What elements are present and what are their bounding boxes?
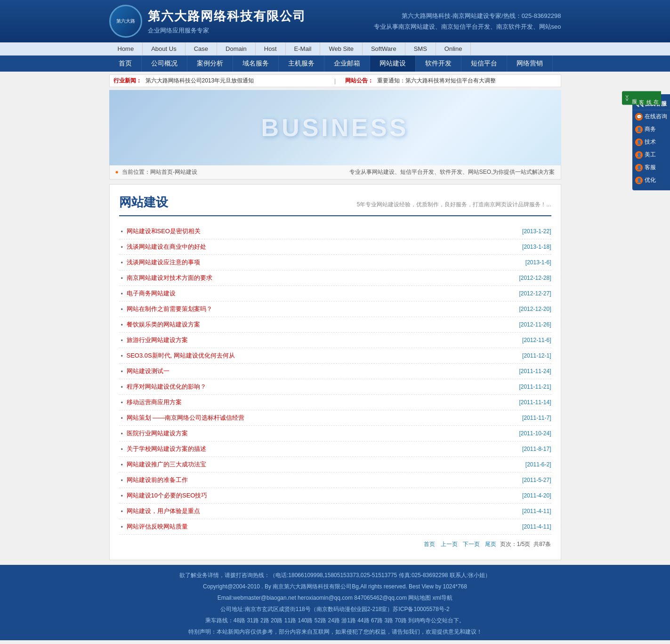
industry-content[interactable]: 第六大路网络科技公司2013年元旦放假通知 — [145, 77, 325, 85]
article-link[interactable]: 网站在制作之前需要策划案吗？ — [127, 305, 212, 313]
article-link[interactable]: 移动运营商应用方案 — [127, 398, 182, 407]
list-item: 餐饮娱乐类的网站建设方案[2012-11-26] — [119, 317, 551, 333]
nav-bottom-about[interactable]: 公司概况 — [142, 56, 187, 72]
sidebar-biz[interactable]: 👤 商务 — [632, 123, 670, 136]
sidebar-tab[interactable]: 在线客服>> — [622, 91, 661, 105]
article-date: [2011-4-11] — [522, 508, 551, 514]
article-list: 网站建设和SEO是密切相关[2013-1-22]浅谈网站建设在商业中的好处[20… — [119, 224, 551, 535]
breadcrumb-dot: ● — [115, 169, 119, 175]
article-link[interactable]: 网站建设前的准备工作 — [127, 476, 188, 484]
list-item: 网站建设和SEO是密切相关[2013-1-22] — [119, 224, 551, 239]
logo-abbr: 第六大路 — [116, 18, 135, 24]
nav-top-case[interactable]: Case — [186, 42, 217, 55]
sidebar-seo[interactable]: 👤 优化 — [632, 174, 670, 187]
article-link[interactable]: 网站建设测试一 — [127, 367, 170, 375]
nav-top-about[interactable]: About Us — [143, 42, 185, 55]
article-link[interactable]: 餐饮娱乐类的网站建设方案 — [127, 320, 200, 329]
sidebar-design[interactable]: 👤 美工 — [632, 148, 670, 161]
page-title-cn: 网站建设 — [119, 194, 168, 211]
pagination: 首页 上一页 下一页 尾页 页次：1/5页 共87条 — [119, 535, 551, 550]
article-link[interactable]: 网站评估反映网站质量 — [127, 522, 188, 531]
sidebar-consult[interactable]: 💬 在线咨询 — [632, 110, 670, 123]
footer-email: Email:webmaster@biaogan.net heroxiaomin@… — [109, 592, 561, 603]
nav-bottom-software[interactable]: 软件开发 — [416, 56, 461, 72]
nav-bottom-email[interactable]: 企业邮箱 — [324, 56, 370, 72]
nav-bottom-website[interactable]: 网站建设 — [370, 56, 416, 72]
design-icon: 👤 — [635, 151, 643, 159]
article-link[interactable]: 网站策划 ——南京网络公司选标杆诚信经营 — [127, 414, 245, 422]
article-link[interactable]: 程序对网站建设优化的影响？ — [127, 383, 206, 391]
article-link[interactable]: 网站建设推广的三大成功法宝 — [127, 460, 206, 469]
nav-bottom-index[interactable]: 首页 — [109, 56, 142, 72]
nav-top-sms[interactable]: SMS — [405, 42, 436, 55]
nav-top-home[interactable]: Home — [109, 42, 143, 55]
announce-content[interactable]: 重要通知：第六大路科技将对短信平台有大调整 — [377, 77, 557, 85]
nav-bottom-sms[interactable]: 短信平台 — [461, 56, 507, 72]
article-link[interactable]: 电子商务网站建设 — [127, 289, 176, 298]
logo-text: 第六大路网络科技有限公司 企业网络应用服务专家 — [148, 8, 306, 35]
article-link[interactable]: 医院行业网站建设方案 — [127, 429, 188, 438]
article-link[interactable]: 网站建设，用户体验是重点 — [127, 507, 200, 515]
list-item: 医院行业网站建设方案[2011-10-24] — [119, 426, 551, 441]
main-content: 网站建设 5年专业网站建设经验，优质制作，良好服务，打造南京网页设计品牌服务！.… — [109, 184, 561, 560]
article-date: [2013-1-6] — [525, 259, 551, 266]
list-item: 旅游行业网站建设方案[2012-11-6] — [119, 333, 551, 348]
chat-icon: 💬 — [635, 113, 643, 121]
footer-disclaimer: 特别声明：本站新闻内容仅供参考，部分内容来自互联网，如果侵犯了您的权益，请告知我… — [109, 626, 561, 637]
sidebar-service[interactable]: 👤 客服 — [632, 161, 670, 174]
nav-bottom-domain[interactable]: 域名服务 — [233, 56, 279, 72]
sidebar-tech[interactable]: 👤 技术 — [632, 136, 670, 148]
nav-bottom-host[interactable]: 主机服务 — [279, 56, 324, 72]
article-date: [2011-11-24] — [519, 368, 551, 375]
article-date: [2011-10-24] — [519, 430, 551, 437]
article-link[interactable]: 关于学校网站建设方案的描述 — [127, 445, 206, 453]
nav-top-software[interactable]: SoftWare — [363, 42, 405, 55]
article-link[interactable]: 浅谈网站建设应注意的事项 — [127, 258, 200, 267]
article-date: [2011-11-14] — [519, 399, 551, 406]
service-label: 客服 — [645, 163, 656, 171]
article-date: [2011-12-1] — [522, 352, 551, 359]
list-item: 关于学校网站建设方案的描述[2011-8-17] — [119, 441, 551, 457]
nav-top-website[interactable]: Web Site — [320, 42, 363, 55]
article-date: [2013-1-22] — [522, 228, 551, 235]
article-link[interactable]: 浅谈网站建设在商业中的好处 — [127, 243, 206, 251]
nav-bottom-marketing[interactable]: 网络营销 — [507, 56, 553, 72]
tech-icon: 👤 — [635, 139, 643, 146]
consult-label: 在线咨询 — [645, 113, 667, 121]
article-link[interactable]: 旅游行业网站建设方案 — [127, 336, 188, 344]
article-link[interactable]: SEO3.0S新时代, 网站建设优化何去何从 — [127, 351, 235, 360]
logo-icon: 第六大路 — [109, 5, 142, 38]
list-item: 网站评估反映网站质量[2011-4-11] — [119, 519, 551, 535]
nav-top-domain[interactable]: Domain — [217, 42, 256, 55]
list-item: 网站在制作之前需要策划案吗？[2012-12-20] — [119, 302, 551, 317]
footer-address: 公司地址:南京市玄武区成贤街118号（南京数码动漫创业园2-218室）苏ICP备… — [109, 603, 561, 615]
tech-label: 技术 — [645, 138, 656, 146]
nav-bottom-case[interactable]: 案例分析 — [187, 56, 233, 72]
pagination-last[interactable]: 尾页 — [485, 541, 496, 547]
breadcrumb-bar: ● 当前位置：网站首页-网站建设 专业从事网站建设、短信平台开发、软件开发、网站… — [109, 165, 561, 179]
breadcrumb-location: ● 当前位置：网站首页-网站建设 — [115, 168, 198, 176]
service-icon: 👤 — [635, 164, 643, 171]
banner-text: BUSINESS — [261, 114, 409, 142]
breadcrumb-text: 当前位置：网站首页-网站建设 — [122, 169, 197, 175]
footer-copyright: Copyright@2004-2010 . By 南京第六大路网络科技有限公司B… — [109, 581, 561, 592]
article-date: [2011-11-7] — [522, 415, 551, 421]
article-link[interactable]: 南京网站建设对技术方面的要求 — [127, 274, 212, 282]
article-link[interactable]: 网站建设和SEO是密切相关 — [127, 227, 201, 236]
article-date: [2011-6-2] — [525, 461, 551, 468]
breadcrumb-desc: 专业从事网站建设、短信平台开发、软件开发、网站SEO,为你提供一站式解决方案 — [349, 168, 555, 176]
article-link[interactable]: 网站建设10个必要的SEO技巧 — [127, 491, 208, 500]
nav-bottom: 首页 公司概况 案例分析 域名服务 主机服务 企业邮箱 网站建设 软件开发 短信… — [0, 56, 670, 72]
article-date: [2011-4-20] — [522, 492, 551, 499]
logo-area: 第六大路 第六大路网络科技有限公司 企业网络应用服务专家 — [109, 5, 306, 38]
pagination-total: 共87条 — [533, 541, 551, 547]
seo-icon: 👤 — [635, 177, 643, 184]
pagination-first[interactable]: 首页 — [424, 541, 435, 547]
pagination-next[interactable]: 下一页 — [463, 541, 480, 547]
nav-top-email[interactable]: E-Mail — [286, 42, 321, 55]
pagination-prev[interactable]: 上一页 — [441, 541, 458, 547]
nav-top-online[interactable]: Online — [436, 42, 471, 55]
list-item: 网站建设测试一[2011-11-24] — [119, 364, 551, 379]
nav-top-host[interactable]: Host — [256, 42, 286, 55]
list-item: 南京网站建设对技术方面的要求[2012-12-28] — [119, 270, 551, 286]
